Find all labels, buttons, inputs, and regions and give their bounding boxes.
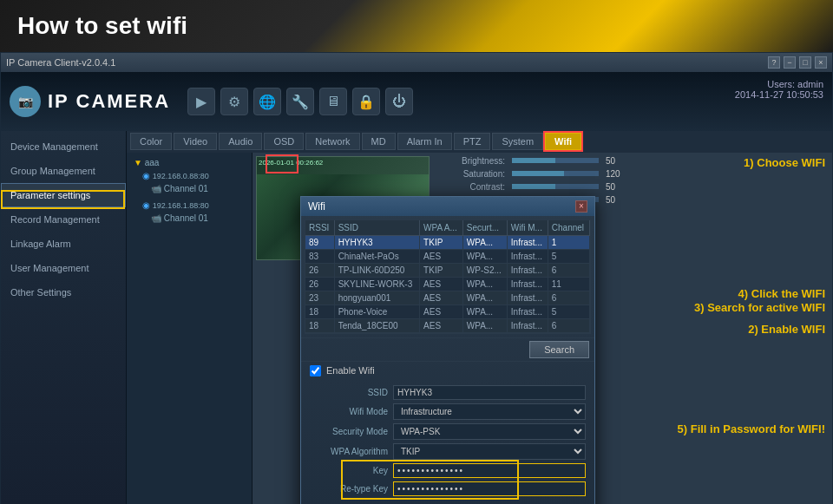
wifi-table-cell: Infrast... xyxy=(507,249,548,263)
sidebar-item-group-management[interactable]: Group Management xyxy=(1,159,126,183)
wifi-table-body[interactable]: 89HYHYK3TKIPWPA...Infrast...183ChinaNet-… xyxy=(305,235,590,332)
power-icon[interactable]: ⏻ xyxy=(385,88,413,115)
contrast-fill xyxy=(512,184,555,189)
ssid-label: SSID xyxy=(310,388,388,397)
tab-audio[interactable]: Audio xyxy=(219,133,262,150)
close-button[interactable]: × xyxy=(815,56,827,69)
wifi-table-cell: 89 xyxy=(305,235,334,249)
app-header: 📷 IP CAMERA ▶ ⚙ 🌐 🔧 🖥 🔒 ⏻ Users: admin 2… xyxy=(1,72,832,131)
wifi-table-cell: WP-S2... xyxy=(462,263,507,277)
tab-osd[interactable]: OSD xyxy=(264,133,304,150)
wifi-table-container[interactable]: RSSI SSID WPA A... Securt... Wifi M... C… xyxy=(305,219,591,334)
tab-network[interactable]: Network xyxy=(305,133,359,150)
wifi-table-cell: HYHYK3 xyxy=(334,235,419,249)
datetime: 2014-11-27 10:50:53 xyxy=(735,89,823,100)
globe-icon[interactable]: 🌐 xyxy=(253,88,281,115)
tab-system[interactable]: System xyxy=(492,133,543,150)
sidebar: Device Management Group Management Param… xyxy=(1,131,127,504)
wifi-table-row[interactable]: 18Phone-VoiceAESWPA...Infrast...5 xyxy=(305,304,590,318)
play-icon[interactable]: ▶ xyxy=(187,88,215,115)
tab-color[interactable]: Color xyxy=(130,133,172,150)
lock-icon[interactable]: 🔒 xyxy=(352,88,380,115)
tree-ip1[interactable]: ◉ 192.168.0.88:80 xyxy=(130,169,248,182)
wifi-table-cell: AES xyxy=(420,249,463,263)
app-logo: 📷 IP CAMERA xyxy=(10,86,170,117)
wifi-table-cell: Infrast... xyxy=(507,291,548,304)
tree-channel1[interactable]: 📹 Channel 01 xyxy=(130,182,248,195)
sidebar-item-record-management[interactable]: Record Management xyxy=(1,207,126,232)
wifi-table-header: RSSI SSID WPA A... Securt... Wifi M... C… xyxy=(305,220,590,236)
sidebar-item-parameter-settings[interactable]: Parameter settings xyxy=(1,183,126,207)
tab-video[interactable]: Video xyxy=(174,133,217,150)
saturation-slider[interactable] xyxy=(512,171,599,176)
modal-title: Wifi xyxy=(308,200,325,213)
col-wifi-mode: Wifi M... xyxy=(507,220,548,236)
enable-wifi-label: Enable Wifi xyxy=(326,365,375,376)
wifi-table-row[interactable]: 26SKYLINE-WORK-3AESWPA...Infrast...11 xyxy=(305,277,590,291)
help-button[interactable]: ? xyxy=(768,56,780,69)
wifi-table-cell: Infrast... xyxy=(507,277,548,291)
wifi-table-row[interactable]: 89HYHYK3TKIPWPA...Infrast...1 xyxy=(305,235,590,249)
wifi-table-cell: Infrast... xyxy=(507,304,548,318)
preview-timestamp: 2026-01-01 00:26:62 xyxy=(259,159,323,167)
brightness-value: 50 xyxy=(606,156,627,166)
col-ssid: SSID xyxy=(334,220,419,236)
app-version: IP Camera Client-v2.0.4.1 xyxy=(6,57,115,68)
sidebar-item-user-management[interactable]: User Management xyxy=(1,256,126,280)
wifi-table-row[interactable]: 26TP-LINK-60D250TKIPWP-S2...Infrast...6 xyxy=(305,263,590,277)
wifi-table-cell: 23 xyxy=(305,291,334,304)
tree-channel2[interactable]: 📹 Channel 01 xyxy=(130,212,248,225)
modal-close-button[interactable]: × xyxy=(575,200,587,213)
wifi-table-cell: Phone-Voice xyxy=(334,304,419,318)
app-title: IP CAMERA xyxy=(48,90,170,113)
minimize-button[interactable]: − xyxy=(784,56,796,69)
settings-wheel-icon[interactable]: ⚙ xyxy=(220,88,248,115)
saturation-value: 120 xyxy=(606,169,627,179)
annotation-1: 1) Choose WIFI xyxy=(744,156,825,169)
contrast-slider[interactable] xyxy=(512,184,599,189)
brightness-fill xyxy=(512,158,555,163)
brightness-slider[interactable] xyxy=(512,158,599,163)
header-banner: How to set wifi xyxy=(0,0,833,52)
tab-md[interactable]: MD xyxy=(362,133,396,150)
wifi-table-cell: hongyuan001 xyxy=(334,291,419,304)
username: Users: admin xyxy=(735,79,823,89)
tree-ip2[interactable]: ◉ 192.168.1.88:80 xyxy=(130,199,248,212)
wifi-mode-select[interactable]: Infrastructure xyxy=(393,403,586,420)
wifi-table-cell: 6 xyxy=(548,263,589,277)
search-row: Search xyxy=(301,337,594,361)
sidebar-item-device-management[interactable]: Device Management xyxy=(1,134,126,159)
config-icon[interactable]: 🔧 xyxy=(286,88,314,115)
wifi-table-cell: WPA... xyxy=(462,235,507,249)
contrast-value: 50 xyxy=(606,182,627,192)
tab-alarm-in[interactable]: Alarm In xyxy=(397,133,452,150)
wpa-algorithm-select[interactable]: TKIP xyxy=(393,443,586,460)
saturation-label: Saturation: xyxy=(440,169,505,179)
tab-ptz[interactable]: PTZ xyxy=(454,133,491,150)
wifi-table-cell: Tenda_18CE00 xyxy=(334,318,419,332)
wifi-table-cell: 6 xyxy=(548,291,589,304)
wifi-table-row[interactable]: 23hongyuan001AESWPA...Infrast...6 xyxy=(305,291,590,304)
contrast-row: Contrast: 50 xyxy=(440,182,825,192)
tab-wifi[interactable]: Wifi xyxy=(545,133,581,150)
wifi-table-cell: TP-LINK-60D250 xyxy=(334,263,419,277)
sidebar-item-other-settings[interactable]: Other Settings xyxy=(1,280,126,304)
monitor-icon[interactable]: 🖥 xyxy=(319,88,347,115)
password-fields-highlight xyxy=(341,460,519,500)
wifi-table-cell: 83 xyxy=(305,249,334,263)
search-button[interactable]: Search xyxy=(529,341,589,358)
security-mode-select[interactable]: WPA-PSK xyxy=(393,423,586,440)
wifi-table-row[interactable]: 83ChinaNet-PaOsAESWPA...Infrast...5 xyxy=(305,249,590,263)
wifi-table-cell: Infrast... xyxy=(507,235,548,249)
annotation-2: 2) Enable WIFI xyxy=(748,323,825,336)
wifi-table-row[interactable]: 18Tenda_18CE00AESWPA...Infrast...6 xyxy=(305,318,590,332)
sidebar-item-linkage-alarm[interactable]: Linkage Alarm xyxy=(1,232,126,256)
wifi-table-cell: WPA... xyxy=(462,291,507,304)
enable-wifi-checkbox[interactable] xyxy=(310,365,321,376)
wifi-table-cell: AES xyxy=(420,291,463,304)
wifi-table-cell: TKIP xyxy=(420,235,463,249)
annotation-5: 5) Fill in Password for WIFI! xyxy=(678,422,825,435)
ssid-input[interactable] xyxy=(393,385,586,400)
maximize-button[interactable]: □ xyxy=(799,56,811,69)
tree-root[interactable]: ▼ aaa xyxy=(130,156,248,169)
